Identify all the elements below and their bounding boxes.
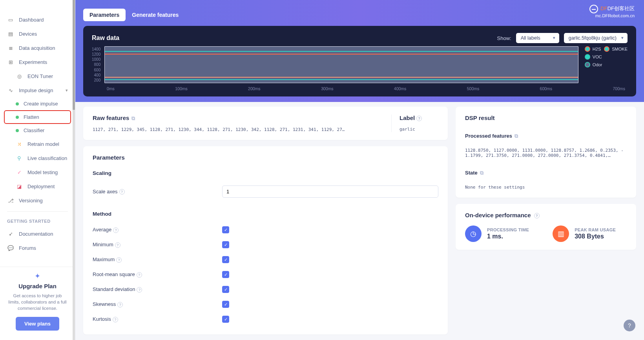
param-label: Skewness	[93, 301, 116, 307]
sidebar-item-live-classification[interactable]: ⚲ Live classification	[0, 151, 75, 165]
memory-icon: ▥	[553, 225, 569, 242]
sidebar-scrollbar[interactable]	[73, 0, 75, 340]
help-icon[interactable]: ?	[115, 242, 120, 248]
monitor-icon: ▭	[7, 16, 14, 23]
help-icon[interactable]: ?	[113, 317, 118, 322]
copy-icon[interactable]: ⧉	[131, 115, 135, 121]
legend-item-odor[interactable]: Odor	[585, 62, 628, 67]
series-line-voc	[105, 79, 578, 80]
legend-item-voc[interactable]: VOC	[585, 54, 628, 60]
sidebar-item-experiments[interactable]: ⊞ Experiments	[0, 55, 75, 69]
help-icon[interactable]: ?	[137, 272, 142, 278]
tab-parameters[interactable]: Parameters	[83, 9, 126, 21]
sidebar-footer: ✦ Upgrade Plan Get access to higher job …	[0, 267, 75, 340]
sidebar-item-dashboard[interactable]: ▭ Dashboard	[0, 13, 75, 27]
help-icon[interactable]: ?	[137, 287, 142, 293]
sidebar-item-forums[interactable]: 💬 Forums	[0, 241, 75, 255]
tab-generate-features[interactable]: Generate features	[126, 9, 185, 21]
processed-features-data: 1128.8750, 1127.0000, 1131.0000, 1128.87…	[465, 148, 627, 158]
upgrade-title: Upgrade Plan	[7, 283, 68, 289]
help-icon[interactable]: ?	[119, 189, 125, 195]
sidebar-item-eon-tuner[interactable]: ◎ EON Tuner	[0, 69, 75, 83]
copy-icon[interactable]: ⧉	[480, 170, 483, 176]
checkbox-stddev[interactable]: ✓	[222, 286, 229, 293]
content-body: Raw features⧉ 1127, 271, 1229, 345, 1128…	[75, 102, 644, 340]
series-line-odor	[105, 77, 578, 78]
status-dot-icon	[16, 129, 19, 132]
view-plans-button[interactable]: View plans	[16, 317, 59, 331]
x-tick: 600ms	[540, 86, 553, 91]
raw-features-data: 1127, 271, 1229, 345, 1128, 271, 1230, 3…	[93, 127, 383, 132]
legend-item-smoke[interactable]: SMOKE	[604, 46, 628, 52]
y-tick: 1400	[92, 47, 100, 51]
state-header: State⧉	[465, 170, 627, 176]
status-dot-icon	[16, 102, 19, 105]
sidebar-item-documentation[interactable]: ➶ Documentation	[0, 227, 75, 241]
help-icon[interactable]: ?	[113, 227, 119, 233]
sidebar-item-retrain-model[interactable]: ⤭ Retrain model	[0, 137, 75, 151]
sidebar-item-deployment[interactable]: ◪ Deployment	[0, 179, 75, 193]
copy-icon[interactable]: ⧉	[514, 133, 518, 139]
sidebar-item-data-acquisition[interactable]: ≣ Data acquisition	[0, 41, 75, 55]
sidebar-item-label: Versioning	[19, 198, 43, 204]
y-tick: 800	[92, 62, 100, 67]
show-select[interactable]: All labels	[516, 33, 559, 43]
param-label: Kurtosis	[93, 316, 111, 322]
param-minimum: Minimum? ✓	[93, 237, 438, 252]
legend-item-h2s[interactable]: H2S	[585, 46, 601, 52]
scale-axes-input[interactable]	[222, 185, 438, 198]
perf-time-caption: PROCESSING TIME	[487, 227, 529, 232]
legend-chip-icon	[604, 46, 609, 52]
help-fab-button[interactable]: ?	[624, 320, 635, 331]
chart-plot[interactable]	[104, 46, 578, 83]
y-tick: 1000	[92, 57, 100, 62]
help-icon[interactable]: ?	[117, 302, 123, 307]
checkbox-maximum[interactable]: ✓	[222, 256, 229, 263]
sidebar-item-versioning[interactable]: ⎇ Versioning	[0, 193, 75, 207]
checkbox-minimum[interactable]: ✓	[222, 241, 229, 248]
help-icon[interactable]: ?	[116, 257, 122, 263]
divider	[7, 211, 68, 212]
sidebar-item-create-impulse[interactable]: Create impulse	[0, 97, 75, 110]
checkbox-rms[interactable]: ✓	[222, 271, 229, 278]
live-icon: ⚲	[16, 155, 23, 162]
dsp-header: DSP result	[465, 115, 627, 121]
watermark: DFDF创客社区 mc.DFRobot.com.cn	[589, 5, 635, 18]
param-label: Minimum	[93, 242, 113, 247]
sidebar: ▭ Dashboard ▤ Devices ≣ Data acquisition…	[0, 0, 75, 340]
help-icon[interactable]: ?	[534, 213, 540, 218]
sidebar-item-classifier[interactable]: Classifier	[0, 124, 75, 137]
sidebar-item-label: Experiments	[19, 59, 47, 65]
dsp-result-card: DSP result Processed features⧉ 1128.8750…	[456, 107, 636, 198]
y-tick: 200	[92, 78, 100, 82]
checkbox-kurtosis[interactable]: ✓	[222, 316, 229, 323]
raw-data-title: Raw data	[92, 35, 119, 42]
checkbox-average[interactable]: ✓	[222, 226, 229, 233]
help-icon[interactable]: ?	[416, 116, 422, 121]
param-stddev: Standard deviation? ✓	[93, 282, 438, 297]
param-label: Scale axes	[93, 189, 118, 195]
raw-features-header: Raw features⧉	[93, 115, 383, 122]
upgrade-text: Get access to higher job limits, collabo…	[7, 293, 68, 311]
y-tick: 600	[92, 68, 100, 72]
y-tick: 400	[92, 73, 100, 77]
x-tick: 300ms	[321, 86, 334, 91]
sidebar-item-devices[interactable]: ▤ Devices	[0, 27, 75, 41]
chat-icon: 💬	[7, 244, 14, 251]
sidebar-item-model-testing[interactable]: ✓ Model testing	[0, 165, 75, 179]
series-line-smoke	[105, 51, 578, 52]
check-badge-icon: ✓	[16, 169, 23, 176]
legend-label: H2S	[593, 47, 601, 51]
checkbox-skewness[interactable]: ✓	[222, 301, 229, 308]
sample-select[interactable]: garlic.5fqo8kju (garlic)	[564, 33, 628, 43]
raw-data-panel: Raw data Show: All labels garlic.5fqo8kj…	[83, 26, 636, 96]
param-skewness: Skewness? ✓	[93, 297, 438, 312]
y-tick: 1200	[92, 52, 100, 56]
processed-features-header: Processed features⧉	[465, 133, 627, 139]
param-rms: Root-mean square? ✓	[93, 267, 438, 282]
status-dot-icon	[16, 116, 19, 119]
sidebar-item-flatten[interactable]: Flatten	[4, 110, 71, 124]
sidebar-item-impulse-design[interactable]: ∿ Impulse design ▾	[0, 83, 75, 97]
watermark-line1b: DF创客社区	[608, 5, 635, 11]
shuffle-icon: ⤭	[16, 140, 23, 147]
